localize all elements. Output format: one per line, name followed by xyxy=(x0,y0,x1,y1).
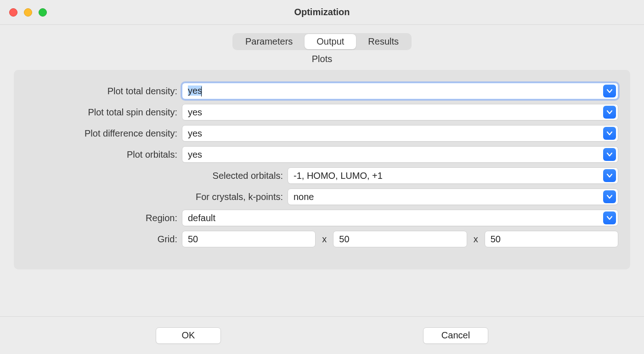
window-controls xyxy=(0,8,47,17)
label-grid: Grid: xyxy=(26,234,182,245)
chevron-down-icon[interactable] xyxy=(603,169,616,182)
label-plot-total-density: Plot total density: xyxy=(26,86,182,97)
combo-selected-orbitals[interactable]: -1, HOMO, LUMO, +1 xyxy=(288,167,618,184)
chevron-down-icon[interactable] xyxy=(603,127,616,140)
combo-crystals-kpoints[interactable]: none xyxy=(288,188,618,205)
grid-inputs: 50 x 50 x 50 xyxy=(182,231,618,247)
combo-plot-total-spin-density[interactable]: yes xyxy=(182,104,618,120)
minimize-window-button[interactable] xyxy=(24,8,32,17)
label-selected-orbitals: Selected orbitals: xyxy=(26,171,288,181)
row-selected-orbitals: Selected orbitals: -1, HOMO, LUMO, +1 xyxy=(26,167,618,184)
row-plot-difference-density: Plot difference density: yes xyxy=(26,125,618,142)
label-plot-orbitals: Plot orbitals: xyxy=(26,149,182,160)
chevron-down-icon[interactable] xyxy=(603,85,616,97)
combo-plot-orbitals[interactable]: yes xyxy=(182,146,618,163)
maximize-window-button[interactable] xyxy=(39,8,47,17)
combo-value: -1, HOMO, LUMO, +1 xyxy=(288,171,603,181)
label-plot-total-spin-density: Plot total spin density: xyxy=(26,107,182,118)
tab-results[interactable]: Results xyxy=(356,34,411,49)
tab-output[interactable]: Output xyxy=(305,34,356,49)
combo-value: yes xyxy=(182,107,603,118)
grid-x-input[interactable]: 50 xyxy=(182,231,316,247)
cancel-button[interactable]: Cancel xyxy=(423,327,488,344)
titlebar: Optimization xyxy=(0,0,644,25)
label-plot-difference-density: Plot difference density: xyxy=(26,128,182,139)
chevron-down-icon[interactable] xyxy=(603,106,616,119)
grid-x-value: 50 xyxy=(188,234,198,245)
content-area: Parameters Output Results Plots Plot tot… xyxy=(0,25,644,316)
grid-separator: x xyxy=(474,234,478,245)
dialog-footer: OK Cancel xyxy=(0,316,644,354)
row-region: Region: default xyxy=(26,210,618,226)
grid-z-value: 50 xyxy=(491,234,501,245)
row-grid: Grid: 50 x 50 x 50 xyxy=(26,231,618,247)
combo-value: yes xyxy=(182,128,603,139)
row-plot-orbitals: Plot orbitals: yes xyxy=(26,146,618,163)
combo-value: yes xyxy=(182,86,603,97)
optimization-dialog: Optimization Parameters Output Results P… xyxy=(0,0,644,354)
grid-y-value: 50 xyxy=(339,234,349,245)
tab-bar: Parameters Output Results xyxy=(232,33,412,50)
section-title: Plots xyxy=(312,54,332,64)
tab-parameters[interactable]: Parameters xyxy=(233,34,305,49)
plots-panel: Plot total density: yes Plot total spin … xyxy=(14,70,630,269)
label-region: Region: xyxy=(26,213,182,223)
chevron-down-icon[interactable] xyxy=(603,148,616,161)
ok-button[interactable]: OK xyxy=(156,327,221,344)
window-title: Optimization xyxy=(0,7,644,17)
grid-separator: x xyxy=(322,234,327,245)
grid-z-input[interactable]: 50 xyxy=(485,231,618,247)
chevron-down-icon[interactable] xyxy=(603,190,616,203)
combo-plot-total-density[interactable]: yes xyxy=(182,83,618,99)
combo-value: default xyxy=(182,213,603,223)
grid-y-input[interactable]: 50 xyxy=(333,231,467,247)
combo-region[interactable]: default xyxy=(182,210,618,226)
row-plot-total-spin-density: Plot total spin density: yes xyxy=(26,104,618,120)
chevron-down-icon[interactable] xyxy=(603,211,616,224)
close-window-button[interactable] xyxy=(9,8,17,17)
combo-value: none xyxy=(288,192,603,202)
combo-plot-difference-density[interactable]: yes xyxy=(182,125,618,142)
row-plot-total-density: Plot total density: yes xyxy=(26,83,618,99)
combo-value: yes xyxy=(182,149,603,160)
label-crystals-kpoints: For crystals, k-points: xyxy=(26,192,288,202)
row-crystals-kpoints: For crystals, k-points: none xyxy=(26,188,618,205)
